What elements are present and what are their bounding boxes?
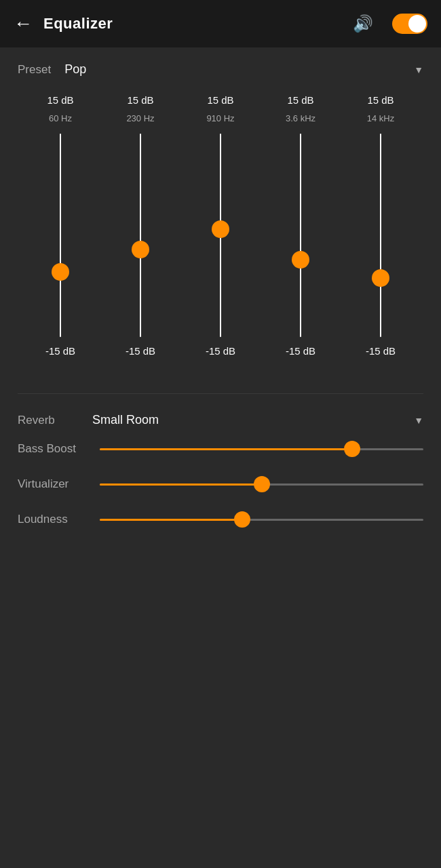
reverb-row[interactable]: Reverb Small Room ▼ (18, 403, 423, 439)
eq-thumb-3[interactable] (292, 251, 309, 269)
effect-row-1: Virtualizer (18, 475, 423, 494)
preset-value: Pop (64, 62, 86, 77)
bottom-section: Reverb Small Room ▼ Bass Boost Virtualiz… (0, 377, 441, 559)
eq-slider-track-1[interactable] (139, 134, 142, 337)
eq-section: 15 dB 60 Hz -15 dB 15 dB 230 Hz -15 dB 1… (0, 87, 441, 370)
equalizer-toggle[interactable] (392, 14, 427, 34)
effect-track-2 (100, 519, 423, 521)
effect-slider-0[interactable] (100, 439, 423, 458)
eq-db-bottom-0: -15 dB (45, 345, 75, 357)
eq-thumb-1[interactable] (132, 241, 149, 258)
eq-slider-track-2[interactable] (219, 134, 222, 337)
eq-slider-track-4[interactable] (379, 134, 382, 337)
eq-band-2: 15 dB 910 Hz -15 dB (193, 94, 248, 357)
effect-thumb-1[interactable] (254, 476, 270, 492)
effect-row-0: Bass Boost (18, 439, 423, 458)
eq-db-top-0: 15 dB (47, 94, 73, 109)
eq-track-line-3 (300, 134, 301, 337)
eq-band-3: 15 dB 3.6 kHz -15 dB (273, 94, 328, 357)
toggle-knob (408, 15, 426, 33)
eq-thumb-0[interactable] (52, 263, 69, 281)
eq-db-bottom-1: -15 dB (126, 345, 155, 357)
eq-db-top-3: 15 dB (287, 94, 313, 109)
effects-container: Bass Boost Virtualizer Loudness (18, 439, 423, 529)
eq-band-1: 15 dB 230 Hz -15 dB (113, 94, 168, 357)
eq-track-line-4 (380, 134, 381, 337)
eq-freq-1: 230 Hz (126, 113, 154, 125)
speaker-icon: 🔊 (353, 14, 373, 33)
preset-row[interactable]: Preset Pop ▼ (0, 47, 441, 87)
effect-thumb-0[interactable] (344, 441, 360, 457)
effect-thumb-2[interactable] (234, 511, 250, 528)
eq-freq-0: 60 Hz (49, 113, 72, 125)
page-title: Equalizer (43, 15, 342, 33)
eq-slider-track-3[interactable] (299, 134, 302, 337)
header: ← Equalizer 🔊 (0, 0, 441, 47)
eq-thumb-4[interactable] (372, 269, 389, 287)
eq-freq-3: 3.6 kHz (286, 113, 315, 125)
eq-db-bottom-3: -15 dB (286, 345, 315, 357)
eq-db-bottom-2: -15 dB (206, 345, 235, 357)
effect-label-1: Virtualizer (18, 477, 89, 491)
reverb-label: Reverb (18, 414, 79, 427)
eq-band-4: 15 dB 14 kHz -15 dB (353, 94, 408, 357)
eq-db-top-1: 15 dB (127, 94, 153, 109)
back-button[interactable]: ← (14, 13, 33, 35)
effect-label-0: Bass Boost (18, 442, 89, 456)
eq-db-top-2: 15 dB (207, 94, 233, 109)
eq-sliders: 15 dB 60 Hz -15 dB 15 dB 230 Hz -15 dB 1… (14, 94, 427, 357)
eq-band-0: 15 dB 60 Hz -15 dB (33, 94, 88, 357)
eq-slider-track-0[interactable] (59, 134, 62, 337)
reverb-value: Small Room (92, 413, 159, 427)
eq-db-bottom-4: -15 dB (366, 345, 396, 357)
effect-slider-2[interactable] (100, 510, 423, 529)
eq-freq-2: 910 Hz (206, 113, 234, 125)
divider (18, 393, 423, 394)
effect-slider-1[interactable] (100, 475, 423, 494)
eq-thumb-2[interactable] (212, 220, 229, 238)
effect-row-2: Loudness (18, 510, 423, 529)
effect-fill-1 (100, 484, 262, 486)
preset-chevron-icon: ▼ (414, 64, 423, 75)
eq-track-line-1 (140, 134, 141, 337)
reverb-chevron-icon: ▼ (414, 415, 423, 426)
effect-track-0 (100, 448, 423, 450)
effect-fill-2 (100, 519, 242, 521)
effect-fill-0 (100, 448, 352, 450)
eq-track-line-0 (60, 134, 61, 337)
effect-label-2: Loudness (18, 513, 89, 526)
eq-freq-4: 14 kHz (367, 113, 394, 125)
preset-label: Preset (18, 63, 51, 77)
eq-db-top-4: 15 dB (367, 94, 394, 109)
